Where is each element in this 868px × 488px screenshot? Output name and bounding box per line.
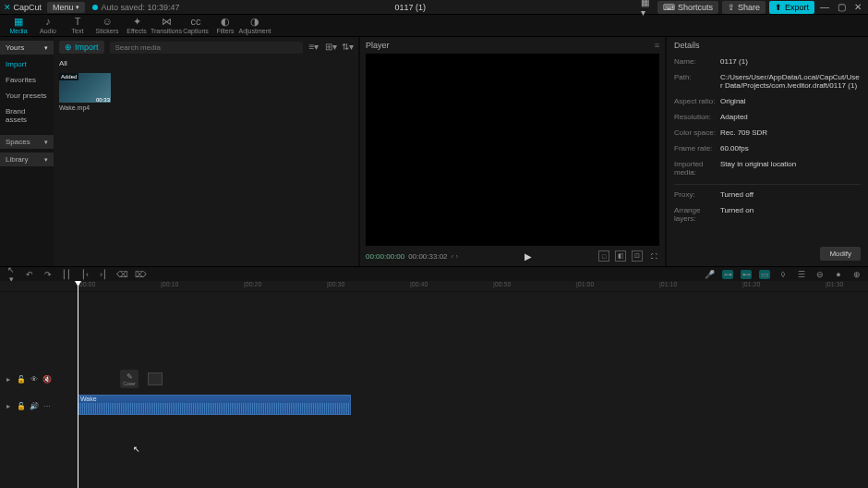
delete-left-button[interactable]: ⌫ <box>116 270 127 279</box>
ruler-tick: |00:20 <box>244 281 261 287</box>
player-viewport[interactable] <box>366 54 659 246</box>
redo-button[interactable]: ↷ <box>42 270 54 279</box>
preview-icon[interactable]: ▭ <box>759 270 770 279</box>
track-mute-icon[interactable]: 🔇 <box>42 375 52 384</box>
detail-row: Path:C:/Users/User/AppData/Local/CapCut/… <box>674 73 861 90</box>
track-visible-icon[interactable]: 👁 <box>30 375 39 384</box>
ruler-tick: |01:10 <box>659 281 677 287</box>
zoom-icon[interactable]: ⊡ <box>632 250 643 262</box>
close-button[interactable]: ✕ <box>851 2 864 12</box>
delete-right-button[interactable]: ⌦ <box>135 270 146 279</box>
track-lock-icon[interactable]: 🔓 <box>17 402 26 410</box>
project-title: 0117 (1) <box>180 3 641 12</box>
tab-effects[interactable]: ✦Effects <box>122 15 151 36</box>
ruler-tick: |00:40 <box>410 281 428 287</box>
video-track[interactable]: ▸ 🔓 👁 🔇 ✎Cover <box>0 366 868 392</box>
audio-track[interactable]: ▸ 🔓 🔊 ⋯ Wake ↖ <box>0 392 868 420</box>
tab-captions[interactable]: ccCaptions <box>181 15 211 36</box>
sidebar-library[interactable]: Library▾ <box>0 152 54 166</box>
media-sidebar-header[interactable]: Yours▾ <box>0 41 54 55</box>
ruler-tick: |00:50 <box>493 281 511 287</box>
app-logo: ✕ CapCut <box>4 3 42 12</box>
view-icon[interactable]: ⊞▾ <box>325 42 336 53</box>
ruler-tick: |01:00 <box>576 281 594 287</box>
media-panel: Yours▾ ImportFavoritesYour presetsBrand … <box>0 37 358 266</box>
audio-clip[interactable]: Wake <box>78 395 351 415</box>
tab-adjustment[interactable]: ◑Adjustment <box>240 15 270 36</box>
timeline-ruler[interactable]: |00:00|00:10|00:20|00:30|00:40|00:50|01:… <box>0 281 868 292</box>
mic-icon[interactable]: 🎤 <box>704 270 715 279</box>
import-button[interactable]: ⊕ Import <box>59 41 104 54</box>
playhead[interactable] <box>78 281 78 488</box>
tab-audio[interactable]: ♪Audio <box>33 15 63 36</box>
track-collapse-icon[interactable]: ▸ <box>4 402 13 410</box>
detail-row: Arrange layers:Turned on <box>674 206 861 223</box>
sidebar-item-brand-assets[interactable]: Brand assets <box>0 104 54 128</box>
detail-row: Aspect ratio:Original <box>674 97 861 105</box>
sidebar-spaces[interactable]: Spaces▾ <box>0 135 54 149</box>
split-button[interactable]: ⎮⎮ <box>61 270 72 279</box>
player-header: Player <box>366 41 390 50</box>
zoom-slider[interactable]: ● <box>833 270 844 279</box>
tab-filters[interactable]: ◐Filters <box>211 15 240 36</box>
details-panel: Details Name:0117 (1)Path:C:/Users/User/… <box>667 37 868 266</box>
detail-row: Imported media:Stay in original location <box>674 160 861 177</box>
ratio-icon[interactable]: □ <box>598 250 609 262</box>
trim-left-button[interactable]: ⎮‹ <box>79 270 90 279</box>
detail-row: Resolution:Adapted <box>674 113 861 121</box>
undo-button[interactable]: ↶ <box>24 270 35 279</box>
autosave-status: Auto saved: 10:39:47 <box>92 3 180 12</box>
marker-icon[interactable]: ◊ <box>778 270 789 279</box>
play-button[interactable]: ▶ <box>524 251 532 262</box>
share-button[interactable]: ⇪ Share <box>722 1 766 14</box>
detail-row: Proxy:Turned off <box>674 190 861 199</box>
track-icon[interactable]: ☰ <box>796 270 807 279</box>
tab-transitions[interactable]: ⋈Transitions <box>151 15 181 36</box>
layout-icon[interactable]: ▦ ▾ <box>641 1 654 14</box>
zoom-in-icon[interactable]: ⊕ <box>851 270 862 279</box>
player-menu-icon[interactable]: ≡ <box>655 41 659 50</box>
modify-button[interactable]: Modify <box>820 247 861 261</box>
ruler-tick: |00:30 <box>327 281 344 287</box>
sidebar-item-import[interactable]: Import <box>0 56 54 72</box>
fullscreen-icon[interactable]: ⛶ <box>648 250 659 262</box>
clip-duration: 00:33 <box>96 97 110 103</box>
minimize-button[interactable]: — <box>818 2 831 12</box>
player-panel: Player≡ 00:00:00:00 00:00:33:02 ‹ › ▶ □ … <box>360 37 665 266</box>
export-button[interactable]: ⬆ Export <box>769 1 814 14</box>
menu-button[interactable]: Menu ▾ <box>47 2 85 13</box>
sidebar-item-favorites[interactable]: Favorites <box>0 72 54 88</box>
maximize-button[interactable]: ▢ <box>835 2 848 12</box>
trim-right-button[interactable]: ›⎮ <box>98 270 109 279</box>
track-lock-icon[interactable]: 🔓 <box>17 375 26 384</box>
search-input[interactable] <box>110 42 303 54</box>
zoom-out-icon[interactable]: ⊖ <box>814 270 826 279</box>
cover-button[interactable]: ✎Cover <box>120 370 139 388</box>
link-icon[interactable]: ⊷ <box>741 270 752 279</box>
tab-stickers[interactable]: ☺Stickers <box>92 15 122 36</box>
tab-text[interactable]: TText <box>63 15 92 36</box>
snap-icon[interactable]: ⊶ <box>722 270 733 279</box>
compare-icon[interactable]: ◧ <box>615 250 626 262</box>
ruler-tick: |01:20 <box>742 281 760 287</box>
player-time: 00:00:00:00 00:00:33:02 ‹ › <box>366 252 458 261</box>
sort-icon[interactable]: ≡▾ <box>308 42 319 53</box>
sidebar-item-your-presets[interactable]: Your presets <box>0 88 54 104</box>
tab-media[interactable]: ▦Media <box>4 15 33 36</box>
detail-row: Color space:Rec. 709 SDR <box>674 128 861 137</box>
track-collapse-icon[interactable]: ▸ <box>4 375 13 384</box>
shortcuts-button[interactable]: ⌨ Shortcuts <box>657 1 718 14</box>
media-tab-all[interactable]: All <box>59 59 67 67</box>
detail-row: Name:0117 (1) <box>674 57 861 66</box>
timeline[interactable]: |00:00|00:10|00:20|00:30|00:40|00:50|01:… <box>0 281 868 488</box>
clip-name: Wake.mp4 <box>59 104 111 111</box>
details-header: Details <box>674 41 861 50</box>
track-more-icon[interactable]: ⋯ <box>42 402 52 410</box>
detail-row: Frame rate:60.00fps <box>674 144 861 152</box>
timeline-toolbar: ↖ ▾ ↶ ↷ ⎮⎮ ⎮‹ ›⎮ ⌫ ⌦ 🎤 ⊶ ⊷ ▭ ◊ ☰ ⊖ ● ⊕ <box>0 266 868 281</box>
track-mute-icon[interactable]: 🔊 <box>30 402 39 410</box>
media-clip[interactable]: Added 00:33 Wake.mp4 <box>59 73 111 111</box>
cursor-icon: ↖ <box>133 445 140 454</box>
video-slot[interactable] <box>148 372 163 385</box>
filter-icon[interactable]: ⇅▾ <box>342 42 353 53</box>
